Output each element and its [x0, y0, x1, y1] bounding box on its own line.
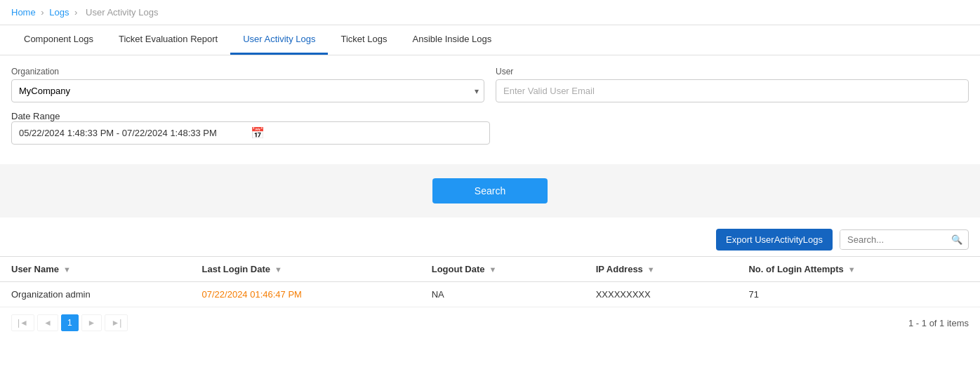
tab-ticket-logs[interactable]: Ticket Logs — [328, 25, 399, 55]
last-page-button[interactable]: ►| — [105, 314, 128, 331]
date-range-label: Date Range — [11, 111, 490, 121]
filter-icon-ip-address[interactable]: ▼ — [647, 265, 655, 274]
filter-icon-user-name[interactable]: ▼ — [63, 265, 71, 274]
breadcrumb-logs[interactable]: Logs — [49, 7, 69, 18]
col-login-attempts: No. of Login Attempts ▼ — [737, 257, 980, 282]
date-range-wrapper[interactable]: 05/22/2024 1:48:33 PM - 07/22/2024 1:48:… — [11, 121, 490, 145]
filter-row-1: Organization MyCompany ▾ User — [11, 67, 969, 102]
data-table: User Name ▼ Last Login Date ▼ Logout Dat… — [0, 256, 980, 307]
date-range-value: 05/22/2024 1:48:33 PM - 07/22/2024 1:48:… — [19, 128, 251, 138]
pagination: |◄ ◄ 1 ► ►| 1 - 1 of 1 items — [0, 307, 980, 338]
tab-component-logs[interactable]: Component Logs — [11, 25, 106, 55]
export-button[interactable]: Export UserActivityLogs — [716, 229, 833, 251]
organization-select-wrapper: MyCompany ▾ — [11, 79, 484, 102]
first-page-button[interactable]: |◄ — [11, 314, 34, 331]
col-ip-address: IP Address ▼ — [585, 257, 738, 282]
breadcrumb: Home › Logs › User Activity Logs — [0, 0, 980, 25]
table-search-wrapper: 🔍 — [840, 229, 969, 250]
search-section: Search — [0, 164, 980, 218]
cell-ip-address: XXXXXXXXX — [585, 282, 738, 307]
organization-filter-group: Organization MyCompany ▾ — [11, 67, 484, 102]
table-toolbar: Export UserActivityLogs 🔍 — [0, 223, 980, 256]
user-filter-group: User — [496, 67, 969, 102]
date-range-group: Date Range 05/22/2024 1:48:33 PM - 07/22… — [11, 111, 490, 145]
cell-last-login-date: 07/22/2024 01:46:47 PM — [191, 282, 421, 307]
breadcrumb-home[interactable]: Home — [11, 7, 36, 18]
table-search-input[interactable] — [840, 230, 946, 249]
filter-icon-login-attempts[interactable]: ▼ — [848, 265, 856, 274]
organization-label: Organization — [11, 67, 484, 76]
col-last-login-date: Last Login Date ▼ — [191, 257, 421, 282]
tab-bar: Component Logs Ticket Evaluation Report … — [0, 25, 980, 55]
calendar-icon[interactable]: 📅 — [251, 126, 482, 140]
organization-select[interactable]: MyCompany — [11, 79, 484, 102]
search-button[interactable]: Search — [432, 178, 548, 203]
tab-ticket-evaluation-report[interactable]: Ticket Evaluation Report — [106, 25, 230, 55]
filter-icon-last-login-date[interactable]: ▼ — [274, 265, 282, 274]
next-page-button[interactable]: ► — [81, 314, 102, 331]
tab-ansible-inside-logs[interactable]: Ansible Inside Logs — [399, 25, 504, 55]
table-header: User Name ▼ Last Login Date ▼ Logout Dat… — [0, 257, 980, 282]
tab-user-activity-logs[interactable]: User Activity Logs — [230, 25, 328, 55]
user-email-input[interactable] — [496, 79, 969, 102]
search-icon[interactable]: 🔍 — [946, 230, 968, 249]
cell-logout-date: NA — [421, 282, 585, 307]
cell-user-name: Organization admin — [0, 282, 191, 307]
cell-login-attempts: 71 — [737, 282, 980, 307]
filter-row-2: Date Range 05/22/2024 1:48:33 PM - 07/22… — [11, 111, 969, 145]
breadcrumb-current: User Activity Logs — [86, 7, 158, 18]
filters-section: Organization MyCompany ▾ User Date Range… — [0, 55, 980, 164]
col-logout-date: Logout Date ▼ — [421, 257, 585, 282]
page-1-button[interactable]: 1 — [61, 314, 79, 331]
prev-page-button[interactable]: ◄ — [37, 314, 58, 331]
table-row: Organization admin 07/22/2024 01:46:47 P… — [0, 282, 980, 307]
pagination-info: 1 - 1 of 1 items — [908, 318, 969, 328]
col-user-name: User Name ▼ — [0, 257, 191, 282]
user-label: User — [496, 67, 969, 76]
page-controls: |◄ ◄ 1 ► ►| — [11, 314, 128, 331]
filter-icon-logout-date[interactable]: ▼ — [489, 265, 497, 274]
table-body: Organization admin 07/22/2024 01:46:47 P… — [0, 282, 980, 307]
